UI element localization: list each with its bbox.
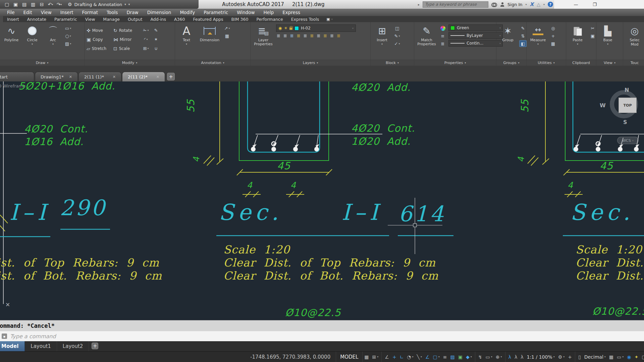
new-drawing-button[interactable]: + [167,73,175,80]
center-bot-rebars-note[interactable]: Clear Dist. of Bot. Rebars: 9 cm [223,269,438,282]
center-section-title[interactable]: Sec. I–I [219,199,382,225]
center-height-dim[interactable]: 55 [185,99,197,113]
create-block-button[interactable]: ◫ [393,25,401,32]
layer-lock-icon[interactable] [289,27,292,30]
annotation-scale-label[interactable]: 1:1 / 100% ▾ [525,352,556,362]
right-top-rebars-note[interactable]: Clear Dist. of Top Rebars: 9 cm [576,256,644,269]
sign-in-button[interactable]: Sign In [507,2,523,7]
center-stirrup-label[interactable]: Ø10@22.5 [285,307,341,318]
explode-button[interactable]: ✶ [152,36,160,43]
viewcube-west[interactable]: W [600,102,606,109]
search-icon[interactable] [491,3,497,6]
menu-item-parametric[interactable]: Parametric [199,9,232,16]
units-icon[interactable]: ▯ [575,352,583,362]
rectangle-button[interactable]: ▭▾ [64,25,72,32]
menu-item-dimension[interactable]: Dimension [143,9,176,16]
point-button[interactable]: + [549,33,557,39]
selection-cycling-icon[interactable]: ▣ [457,352,464,362]
ribbon-tab-manage[interactable]: Manage [99,16,124,22]
center-scale-note[interactable]: Scale 1:20 [223,243,290,256]
menu-item-window[interactable]: Window [232,9,259,16]
print-icon[interactable]: ⊟ [38,1,46,8]
left-top-rebar-label[interactable]: 5Ø20+1Ø16 Add. [18,81,115,92]
ortho-icon[interactable]: ∟ [398,352,406,362]
copy-clip-button[interactable]: ▣ [589,33,596,39]
a360-icon[interactable]: △ [537,2,540,7]
layer-properties-button[interactable]: ≣▤ Layer Properties [253,24,274,46]
right-section-title[interactable]: Sec. [570,199,634,225]
lineweight-list-icon[interactable]: ≡ [439,33,446,39]
ribbon-tab-insert[interactable]: Insert [3,16,23,22]
panel-label-groups[interactable]: Groups▾ [496,60,526,66]
scale-button[interactable]: ⊡Scale [113,46,140,51]
workspace-switcher[interactable]: ⚙ Drafting & Annotation ▾ ▾ [68,2,130,7]
restore-button[interactable]: ❐ [589,0,600,9]
viewcube-north[interactable]: N [625,87,629,93]
ribbon-tab-express-tools[interactable]: Express Tools [287,16,323,22]
units-label[interactable]: Decimal ▾ [583,352,607,362]
panel-label-draw[interactable]: Draw▾ [0,60,84,66]
osnap-icon[interactable]: ▢ ▾ [431,352,441,362]
close-icon[interactable]: ✕ [69,75,72,79]
left-bot-rebars-note[interactable]: Clear Dist. of Bot. Rebars: 9 cm [0,269,162,282]
ribbon-tab-output[interactable]: Output [124,16,146,22]
grid-icon[interactable]: ▦ [363,352,370,362]
center-side-dim-right[interactable]: 4 [290,180,296,190]
wcs-dropdown[interactable]: WCS▾ [617,137,639,144]
layer-prev-icon[interactable]: ≣ [310,33,314,38]
exchange-apps-icon[interactable]: X [530,1,534,7]
selection-filter-icon[interactable]: ▭ ▾ [484,352,494,362]
ribbon-tab-annotate[interactable]: Annotate [23,16,50,22]
quick-calc-button[interactable]: ▦ [549,40,557,47]
qat-overflow-icon[interactable]: ▾ [128,3,130,6]
ellipse-button[interactable]: ○▾ [64,33,72,39]
command-history[interactable]: Command: *Cancel* [0,320,644,331]
center-section-number[interactable]: 614 [398,201,445,226]
ribbon-tab-add-ins[interactable]: Add-ins [146,16,170,22]
command-close-icon[interactable]: ✕ [5,301,10,308]
calculator-icon[interactable]: ▦ [607,352,615,362]
ribbon-tab-bim-360[interactable]: BIM 360 [227,16,253,22]
file-tab-start[interactable]: Start [0,72,34,81]
ribbon-tab-view[interactable]: View [81,16,99,22]
layer-dropdown[interactable]: ◉ ☀ H-02 ▾ [276,24,356,32]
left-section-title[interactable]: I–I [9,199,50,225]
copy-button[interactable]: ▣Copy [87,37,112,42]
rotate-button[interactable]: ↻Rotate [113,28,140,33]
undo-icon[interactable]: ↶▾ [46,1,55,8]
viewcube-top-face[interactable]: TOP [619,98,637,113]
open-icon[interactable]: ▣ [11,1,20,8]
command-input[interactable]: ▪ Type a command [0,331,644,341]
menu-item-file[interactable]: File [3,9,19,16]
graphics-performance-icon[interactable]: ↯ [475,352,484,362]
help-icon[interactable]: ? [548,2,553,7]
close-icon[interactable]: ✕ [156,75,159,79]
a360-caret-icon[interactable]: ▾ [543,3,545,6]
arc-button[interactable]: ⌒ Arc ▾ [44,24,62,46]
menu-item-edit[interactable]: Edit [19,9,37,16]
measure-button[interactable]: ↔ Measure ▾ [529,24,547,46]
polyline-button[interactable]: ∿ Polyline [2,24,21,42]
layer-match-icon[interactable]: ≣ [304,33,307,38]
layer-thaw-icon[interactable]: ≣ [330,33,334,38]
isolate-objects-icon[interactable]: ✦ [633,352,640,362]
center-width-dim[interactable]: 45 [277,160,290,172]
transparency-icon[interactable]: ▨ [449,352,457,362]
panel-label-layers[interactable]: Layers▾ [251,60,370,66]
circle-button[interactable]: Circle ▾ [23,24,42,46]
ribbon-tab-a360[interactable]: A360 [170,16,189,22]
menu-item-tools[interactable]: Tools [102,9,122,16]
center-cont-label[interactable]: 4Ø20 Cont. [351,122,415,134]
panel-label-view[interactable]: View▾ [596,60,623,66]
ribbon-tab-home[interactable]: Home [0,16,3,22]
menu-item-format[interactable]: Format [78,9,103,16]
text-button[interactable]: A Text ▾ [177,24,196,46]
mirror-button[interactable]: ⋈Mirror [113,37,140,42]
id-point-button[interactable]: ◎ [549,25,557,32]
model-space-button[interactable]: MODEL [336,352,363,362]
paste-button[interactable]: Paste ▾ [568,24,587,46]
infer-constraints-icon[interactable]: ∠ [381,352,391,362]
tab-layout1[interactable]: Layout1 [25,341,57,351]
sign-in-caret-icon[interactable]: ▾ [526,3,527,6]
file-tab-2-11-2[interactable]: 2(11 (2)* ✕ [122,72,165,81]
